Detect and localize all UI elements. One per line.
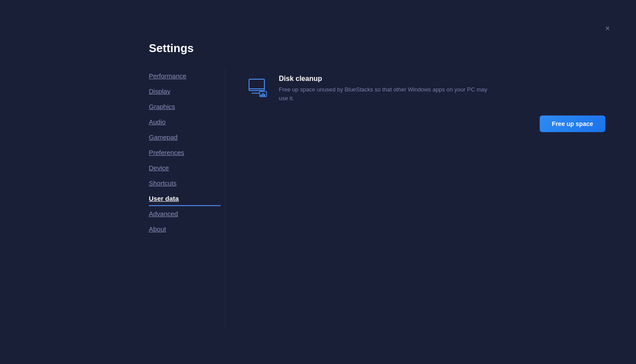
sidebar-item-shortcuts[interactable]: Shortcuts	[149, 175, 221, 191]
disk-cleanup-description: Free up space unused by BlueStacks so th…	[279, 85, 498, 102]
disk-cleanup-card: Disk cleanup Free up space unused by Blu…	[247, 70, 610, 136]
sidebar-item-preferences[interactable]: Preferences	[149, 145, 221, 160]
sidebar-item-display[interactable]: Display	[149, 84, 221, 99]
main-content: Disk cleanup Free up space unused by Blu…	[225, 68, 610, 329]
settings-container: Settings PerformanceDisplayGraphicsAudio…	[149, 42, 610, 329]
sidebar-item-device[interactable]: Device	[149, 160, 221, 175]
sidebar-item-graphics[interactable]: Graphics	[149, 99, 221, 114]
svg-rect-5	[260, 94, 262, 96]
disk-cleanup-icon	[247, 76, 270, 98]
svg-rect-6	[262, 93, 264, 96]
disk-cleanup-title: Disk cleanup	[279, 75, 610, 83]
settings-body: PerformanceDisplayGraphicsAudioGamepadPr…	[149, 68, 610, 329]
free-up-space-button[interactable]: Free up space	[540, 116, 605, 132]
svg-rect-7	[264, 94, 265, 96]
sidebar-item-about[interactable]: About	[149, 221, 221, 237]
sidebar-item-audio[interactable]: Audio	[149, 114, 221, 130]
sidebar: PerformanceDisplayGraphicsAudioGamepadPr…	[149, 68, 225, 329]
sidebar-item-performance[interactable]: Performance	[149, 68, 221, 84]
disk-cleanup-header: Disk cleanup Free up space unused by Blu…	[247, 75, 610, 102]
sidebar-item-advanced[interactable]: Advanced	[149, 206, 221, 221]
sidebar-item-user-data[interactable]: User data	[149, 191, 221, 206]
page-title: Settings	[149, 42, 610, 55]
sidebar-item-gamepad[interactable]: Gamepad	[149, 130, 221, 145]
disk-info: Disk cleanup Free up space unused by Blu…	[279, 75, 610, 102]
close-button[interactable]: ×	[603, 24, 612, 33]
